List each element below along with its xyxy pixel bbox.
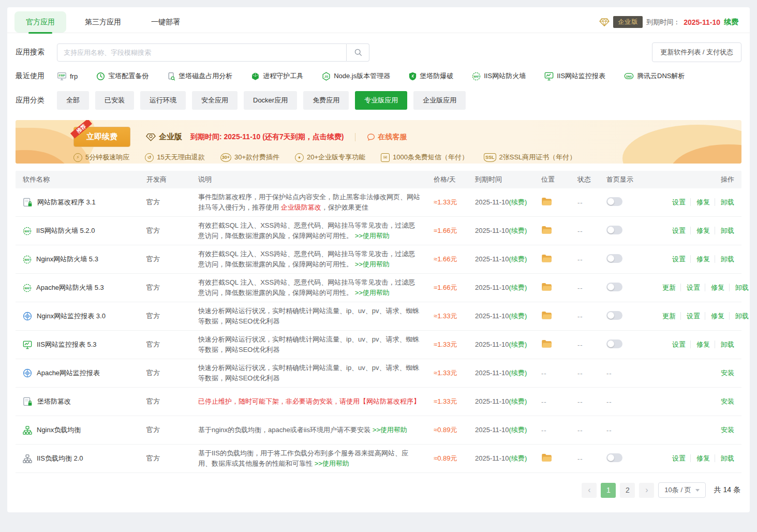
op-settings[interactable]: 设置	[672, 227, 686, 234]
app-icon: WAF	[23, 227, 32, 235]
op-settings[interactable]: 设置	[672, 454, 686, 462]
op-install[interactable]: 安装	[721, 369, 734, 377]
app-name[interactable]: 堡塔防篡改	[16, 397, 146, 407]
home-display-toggle[interactable]	[606, 254, 622, 263]
feature-refund: ↺15天无理由退款	[145, 153, 204, 162]
op-settings[interactable]: 设置	[672, 341, 686, 348]
online-support-link[interactable]: 在线客服	[367, 132, 407, 142]
category-pro[interactable]: 专业版应用	[355, 91, 407, 110]
search-button[interactable]	[347, 43, 369, 62]
warning-text: 企业级防篡改	[281, 203, 321, 211]
op-repair[interactable]: 修复	[690, 255, 710, 263]
category-installed[interactable]: 已安装	[95, 91, 134, 110]
developer: 官方	[146, 255, 198, 264]
op-uninstall[interactable]: 卸载	[729, 284, 749, 291]
home-display-toggle[interactable]	[606, 339, 622, 348]
home-display-toggle[interactable]	[606, 197, 622, 206]
recent-app-iis-waf[interactable]: WAFIIS网站防火墙	[472, 71, 526, 81]
renew-link[interactable]: 续费	[724, 18, 738, 27]
home-display-toggle[interactable]	[606, 311, 622, 320]
chat-icon	[367, 133, 375, 141]
recent-app-anti-bruteforce[interactable]: 堡塔防爆破	[409, 71, 453, 81]
category-all[interactable]: 全部	[57, 91, 89, 110]
op-uninstall[interactable]: 卸载	[715, 255, 734, 263]
app-name[interactable]: 网站防篡改程序 3.1	[16, 198, 146, 208]
op-install[interactable]: 安装	[721, 426, 734, 434]
op-repair[interactable]: 修复	[690, 341, 710, 348]
app-name[interactable]: Nginx负载均衡	[16, 425, 146, 435]
tab-third-party-apps[interactable]: 第三方应用	[73, 11, 132, 33]
help-link[interactable]: >>使用帮助	[355, 289, 390, 297]
app-name[interactable]: WAFIIS网站防火墙 5.2.0	[16, 226, 146, 235]
renew-link[interactable]: (续费)	[509, 369, 527, 377]
op-update[interactable]: 更新	[662, 284, 676, 291]
op-uninstall[interactable]: 卸载	[715, 227, 734, 234]
renew-link[interactable]: (续费)	[509, 454, 527, 462]
app-name[interactable]: Nginx网站监控报表 3.0	[16, 312, 146, 321]
table-row: WAFIIS网站防火墙 5.2.0 官方 有效拦截SQL 注入、XSS跨站、恶意…	[16, 217, 741, 245]
op-settings[interactable]: 设置	[680, 312, 700, 320]
home-display-toggle[interactable]	[606, 226, 622, 234]
op-settings[interactable]: 设置	[672, 198, 686, 206]
category-enterprise[interactable]: 企业版应用	[413, 91, 466, 110]
recent-app-frp[interactable]: FRPfrp	[57, 72, 78, 81]
next-page-button[interactable]: ›	[639, 483, 654, 498]
renew-link[interactable]: (续费)	[509, 312, 527, 320]
op-repair[interactable]: 修复	[690, 454, 710, 462]
category-runtime[interactable]: 运行环境	[140, 91, 186, 110]
description-text: 快速分析网站运行状况，实时精确统计网站流量、ip、uv、pv、请求、蜘蛛等数据，…	[198, 364, 420, 382]
prev-page-button[interactable]: ‹	[582, 483, 597, 498]
recent-app-process-guard[interactable]: 进程守护工具	[251, 71, 303, 81]
page-button-2[interactable]: 2	[620, 483, 635, 498]
help-link[interactable]: >>使用帮助	[355, 232, 390, 240]
op-install[interactable]: 安装	[721, 397, 734, 405]
tab-one-click-deploy[interactable]: 一键部署	[140, 11, 191, 33]
op-settings[interactable]: 设置	[680, 284, 700, 291]
op-repair[interactable]: 修复	[705, 284, 724, 291]
category-security[interactable]: 安全应用	[192, 91, 238, 110]
op-uninstall[interactable]: 卸载	[715, 454, 734, 462]
help-link[interactable]: >>使用帮助	[315, 460, 349, 467]
home-display-toggle[interactable]	[606, 453, 622, 462]
renew-link[interactable]: (续费)	[509, 255, 527, 263]
home-display-toggle[interactable]	[606, 283, 622, 291]
op-repair[interactable]: 修复	[690, 198, 710, 206]
tab-bar: 官方应用第三方应用一键部署 企业版 到期时间： 2025-11-10 续费	[7, 7, 750, 33]
op-uninstall[interactable]: 卸载	[729, 312, 749, 320]
description-text: ，保护效果更佳	[321, 203, 368, 211]
page-button-1[interactable]: 1	[601, 483, 616, 498]
op-update[interactable]: 更新	[662, 312, 676, 320]
recent-app-config-backup[interactable]: 宝塔配置备份	[96, 71, 149, 81]
operations: 设置修复卸载	[662, 454, 741, 463]
app-name[interactable]: IIS负载均衡 2.0	[16, 454, 146, 463]
category-free[interactable]: 免费应用	[303, 91, 349, 110]
update-software-list-button[interactable]: 更新软件列表 / 支付状态	[652, 42, 741, 62]
tab-official-apps[interactable]: 官方应用	[14, 11, 66, 33]
recent-app-iis-monitor[interactable]: IIS网站监控报表	[544, 71, 605, 81]
banner-expire-text[interactable]: 到期时间: 2025-11-10 (还有7天到期，点击续费)	[190, 132, 344, 142]
app-name[interactable]: WAFNginx网站防火墙 5.3	[16, 255, 146, 264]
help-link[interactable]: >>使用帮助	[355, 260, 390, 268]
recent-app-tencent-dns[interactable]: DNS腾讯云DNS解析	[624, 71, 685, 81]
category-docker[interactable]: Docker应用	[244, 91, 297, 110]
op-settings[interactable]: 设置	[672, 255, 686, 263]
recent-app-disk-analysis[interactable]: 堡塔磁盘占用分析	[167, 71, 232, 81]
help-link[interactable]: >>使用帮助	[373, 426, 407, 434]
page-size-select[interactable]: 10条 / 页	[658, 482, 705, 498]
op-uninstall[interactable]: 卸载	[715, 341, 734, 348]
op-repair[interactable]: 修复	[705, 312, 724, 320]
renew-link[interactable]: (续费)	[509, 198, 527, 206]
renew-link[interactable]: (续费)	[509, 426, 527, 434]
renew-link[interactable]: (续费)	[509, 397, 527, 405]
app-name[interactable]: IIS网站监控报表 5.3	[16, 340, 146, 349]
op-uninstall[interactable]: 卸载	[715, 198, 734, 206]
renew-link[interactable]: (续费)	[509, 284, 527, 291]
renew-now-button[interactable]: 立即续费 推荐	[73, 127, 130, 147]
renew-link[interactable]: (续费)	[509, 341, 527, 348]
recent-app-nodejs-manager[interactable]: JSNode.js版本管理器	[322, 71, 390, 81]
renew-link[interactable]: (续费)	[509, 227, 527, 234]
app-name[interactable]: WAFApache网站防火墙 5.3	[16, 283, 146, 292]
search-input[interactable]	[57, 43, 347, 62]
app-name[interactable]: Apache网站监控报表	[16, 368, 146, 378]
op-repair[interactable]: 修复	[690, 227, 710, 234]
